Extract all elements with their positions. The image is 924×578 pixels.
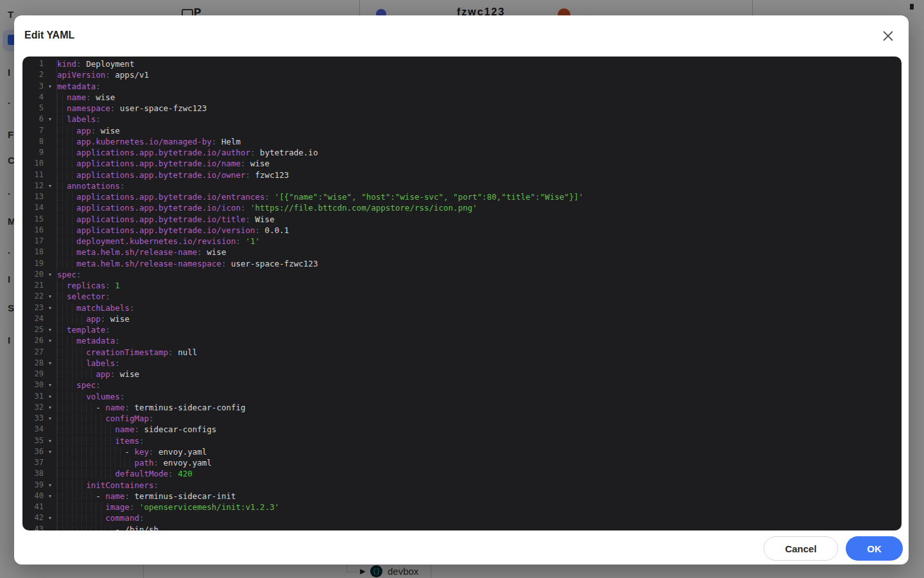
gutter: 23▾ [22,302,56,313]
fold-spacer [44,258,56,269]
code-text: apiVersion: apps/v1 [56,69,902,80]
line-number: 2 [22,69,44,80]
fold-arrow-icon[interactable]: ▾ [44,391,56,402]
code-line: 34 name: sidecar-configs [22,424,902,435]
close-icon[interactable] [880,28,896,44]
fold-arrow-icon[interactable]: ▾ [44,358,56,369]
fold-spacer [44,457,56,468]
code-text: deployment.kubernetes.io/revision: '1' [56,236,902,247]
code-text: labels: [56,114,902,125]
fold-arrow-icon[interactable]: ▾ [44,180,56,191]
fold-arrow-icon[interactable]: ▾ [44,446,56,457]
code-text: app: wise [56,369,902,380]
code-text: kind: Deployment [56,58,902,69]
code-text: applications.app.bytetrade.io/author: by… [56,147,902,158]
code-line: 29 app: wise [22,369,902,380]
gutter: 33▾ [22,413,56,424]
gutter: 17 [22,236,56,247]
gutter: 26▾ [22,335,56,346]
fold-arrow-icon[interactable]: ▾ [44,512,56,523]
fold-arrow-icon[interactable]: ▾ [44,402,56,413]
code-line: 31▾ volumes: [22,391,902,402]
gutter: 3▾ [22,81,56,92]
fold-arrow-icon[interactable]: ▾ [44,291,56,302]
line-number: 33 [22,413,44,424]
code-text: meta.helm.sh/release-name: wise [56,247,902,258]
code-text: name: wise [56,92,902,103]
code-line: 30▾ spec: [22,380,902,390]
code-text: image: 'openservicemesh/init:v1.2.3' [56,502,902,512]
code-text: applications.app.bytetrade.io/version: 0… [56,225,902,236]
line-number: 3 [22,81,44,92]
code-text: namespace: user-space-fzwc123 [56,103,902,114]
line-number: 15 [22,214,44,225]
line-number: 19 [22,258,44,269]
code-line: 27 creationTimestamp: null [22,347,902,358]
fold-arrow-icon[interactable]: ▾ [44,269,56,280]
code-text: spec: [56,380,902,390]
code-line: 7 app: wise [22,125,902,136]
code-line: 5 namespace: user-space-fzwc123 [22,103,902,114]
fold-arrow-icon[interactable]: ▾ [44,480,56,491]
line-number: 22 [22,291,44,302]
line-number: 12 [22,180,44,191]
gutter: 2 [22,69,56,80]
fold-arrow-icon[interactable]: ▾ [44,380,56,390]
line-number: 27 [22,347,44,358]
fold-arrow-icon[interactable]: ▾ [44,491,56,502]
fold-arrow-icon[interactable]: ▾ [44,324,56,335]
gutter: 31▾ [22,391,56,402]
code-line: 19 meta.helm.sh/release-namespace: user-… [22,258,902,269]
code-line: 11 applications.app.bytetrade.io/owner: … [22,170,902,180]
code-text: items: [56,435,902,446]
fold-spacer [44,69,56,80]
line-number: 10 [22,158,44,169]
gutter: 8 [22,136,56,147]
gutter: 38 [22,468,56,479]
line-number: 8 [22,136,44,147]
line-number: 16 [22,225,44,236]
gutter: 40▾ [22,491,56,502]
gutter: 4 [22,92,56,103]
fold-spacer [44,158,56,169]
line-number: 29 [22,369,44,380]
code-text: app: wise [56,125,902,136]
gutter: 18 [22,247,56,258]
fold-spacer [44,280,56,291]
fold-arrow-icon[interactable]: ▾ [44,81,56,92]
code-text: name: sidecar-configs [56,424,902,435]
dialog-title: Edit YAML [24,30,74,41]
gutter: 34 [22,424,56,435]
gutter: 41 [22,502,56,512]
line-number: 14 [22,202,44,213]
code-line: 14 applications.app.bytetrade.io/icon: '… [22,202,902,213]
gutter: 35▾ [22,435,56,446]
line-number: 34 [22,424,44,435]
gutter: 37 [22,457,56,468]
fold-arrow-icon[interactable]: ▾ [44,435,56,446]
line-number: 43 [22,524,44,531]
code-text: replicas: 1 [56,280,902,291]
line-number: 11 [22,170,44,180]
gutter: 11 [22,170,56,180]
fold-arrow-icon[interactable]: ▾ [44,335,56,346]
fold-arrow-icon[interactable]: ▾ [44,413,56,424]
gutter: 16 [22,225,56,236]
code-text: applications.app.bytetrade.io/name: wise [56,158,902,169]
code-text: app: wise [56,313,902,324]
fold-arrow-icon[interactable]: ▾ [44,114,56,125]
yaml-editor[interactable]: 1kind: Deployment2apiVersion: apps/v13▾m… [22,57,902,530]
fold-spacer [44,170,56,180]
fold-spacer [44,191,56,202]
ok-button[interactable]: OK [846,536,903,561]
cancel-button[interactable]: Cancel [764,536,838,561]
fold-arrow-icon[interactable]: ▾ [44,302,56,313]
fold-spacer [44,214,56,225]
code-text: selector: [56,291,902,302]
line-number: 25 [22,324,44,335]
gutter: 42▾ [22,512,56,523]
gutter: 1 [22,58,56,69]
code-line: 26▾ metadata: [22,335,902,346]
code-text: - /bin/sh [56,524,902,531]
edit-yaml-dialog: Edit YAML 1kind: Deployment2apiVersion: … [14,15,909,565]
